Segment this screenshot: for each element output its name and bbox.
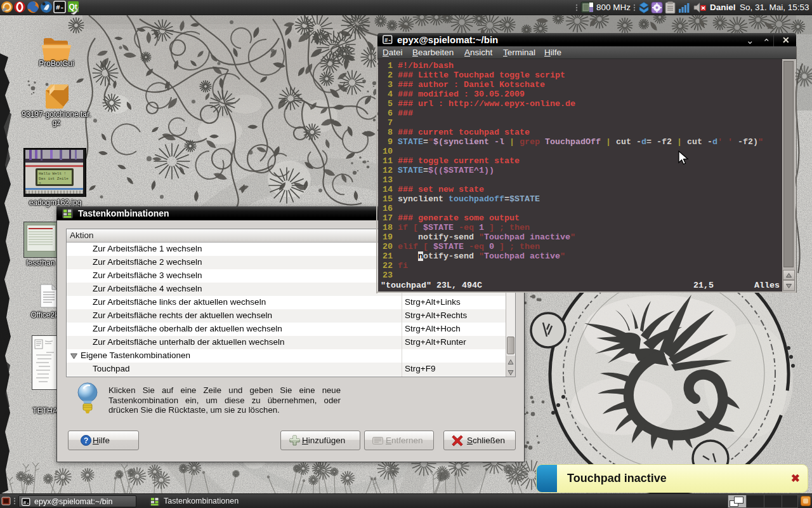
svg-text:#-: #-	[56, 4, 64, 11]
svg-text:#-: #-	[384, 37, 391, 44]
svg-text:#-: #-	[23, 500, 30, 505]
svg-text:?: ?	[84, 436, 88, 445]
svg-text:Qt: Qt	[69, 3, 77, 11]
